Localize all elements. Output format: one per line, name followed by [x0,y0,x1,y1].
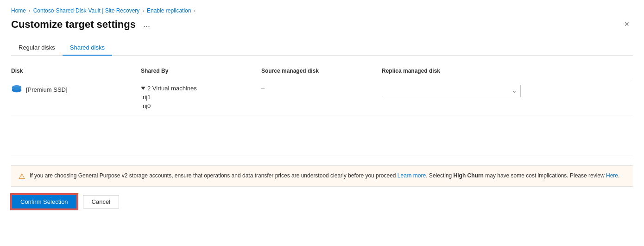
replica-managed-disk-cell [382,83,633,99]
high-churn-text: High Churn [454,172,484,179]
warning-text: If you are choosing General Purpose v2 s… [30,171,619,180]
table-row: [Premium SSD] 2 Virtual machines rij1 ri… [11,79,633,115]
col-header-source-managed: Source managed disk [261,66,382,76]
warning-bar: ⚠ If you are choosing General Purpose v2… [11,165,633,187]
tab-shared-disks[interactable]: Shared disks [63,40,112,56]
page-title-row: Customize target settings ... [11,19,153,31]
close-button[interactable]: × [620,18,633,31]
svg-point-4 [12,86,21,90]
source-disk-value: – [261,85,265,92]
vm-count-label: 2 Virtual machines [147,85,197,92]
breadcrumb-home[interactable]: Home [11,7,26,14]
footer-actions: Confirm Selection Cancel [11,187,633,213]
triangle-icon [141,87,145,90]
col-header-replica-managed: Replica managed disk [382,66,633,76]
col-header-shared-by: Shared By [141,66,261,76]
shared-by-cell: 2 Virtual machines rij1 rij0 [141,83,261,111]
disk-icon [11,85,22,94]
confirm-selection-button[interactable]: Confirm Selection [11,194,77,209]
breadcrumb: Home › Contoso-Shared-Disk-Vault | Site … [11,7,633,14]
replica-managed-disk-select[interactable] [382,85,521,97]
tab-regular-disks[interactable]: Regular disks [11,40,63,56]
learn-more-link[interactable]: Learn more [398,172,426,179]
warning-text-4: . [618,172,619,179]
warning-icon: ⚠ [19,172,25,181]
breadcrumb-sep-2: › [142,8,144,13]
breadcrumb-sep-1: › [29,8,31,13]
breadcrumb-sep-3: › [194,8,196,13]
replica-select-wrapper [382,85,521,97]
breadcrumb-enable-replication[interactable]: Enable replication [147,7,191,14]
warning-text-3: may have some cost implications. Please … [484,172,605,179]
ellipsis-button[interactable]: ... [140,19,153,30]
divider [11,156,633,156]
tabs-container: Regular disks Shared disks [11,40,633,56]
vm-count: 2 Virtual machines [141,85,258,92]
breadcrumb-vault[interactable]: Contoso-Shared-Disk-Vault | Site Recover… [33,7,140,14]
page-container: Home › Contoso-Shared-Disk-Vault | Site … [0,0,644,221]
table-section: Disk Shared By Source managed disk Repli… [11,63,633,156]
disk-cell: [Premium SSD] [11,83,141,96]
vm-item-0: rij1 [141,94,258,101]
col-header-disk: Disk [11,66,141,76]
warning-text-2: . Selecting [426,172,453,179]
page-header: Customize target settings ... × [11,18,633,31]
vm-item-1: rij0 [141,102,258,109]
disk-label: [Premium SSD] [26,86,68,93]
page-title: Customize target settings [11,19,136,31]
cancel-button[interactable]: Cancel [83,195,119,208]
table-header: Disk Shared By Source managed disk Repli… [11,63,633,79]
here-link[interactable]: Here [606,172,618,179]
source-managed-disk-cell: – [261,83,382,94]
warning-text-1: If you are choosing General Purpose v2 s… [30,172,396,179]
